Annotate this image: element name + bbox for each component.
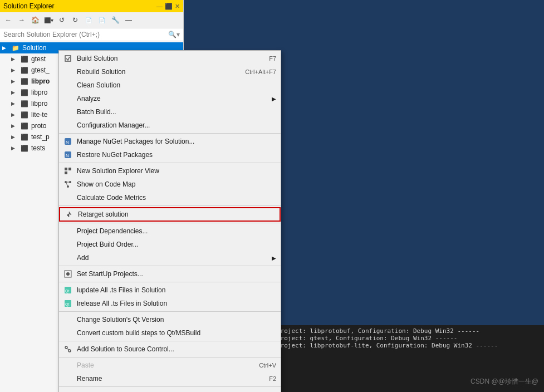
svg-text:N: N xyxy=(66,153,69,158)
ctx-lrelease[interactable]: Qt lrelease All .ts Files in Solution xyxy=(59,297,281,310)
tree-item-label: libpro xyxy=(31,77,50,85)
settings-button[interactable]: 🔧 xyxy=(109,14,121,26)
retarget-icon xyxy=(65,210,73,219)
dock-icon[interactable]: ⬛ xyxy=(165,3,173,10)
close-icon[interactable]: ✕ xyxy=(175,3,180,10)
tree-item-label: gtest xyxy=(31,55,46,63)
solution-view-icon xyxy=(63,166,72,175)
tree-item-label: test_p xyxy=(31,133,50,141)
collapse-arrow: ▶ xyxy=(2,45,11,51)
undo-button[interactable]: ↻ xyxy=(69,14,81,26)
project-icon: ⬛ xyxy=(20,88,29,97)
separator-6 xyxy=(59,282,281,282)
ctx-add[interactable]: Add ▶ xyxy=(59,251,281,264)
solution-icon: 📁 xyxy=(11,43,20,52)
ctx-build-solution[interactable]: Build Solution F7 xyxy=(59,52,281,65)
ctx-convert-build-steps[interactable]: Convert custom build steps to Qt/MSBuild xyxy=(59,326,281,340)
svg-point-20 xyxy=(65,346,67,349)
project-icon: ⬛ xyxy=(20,77,29,86)
nuget-restore-icon: N xyxy=(63,150,72,159)
collapse-button[interactable]: — xyxy=(122,14,135,26)
tree-item-label: Solution xyxy=(22,44,46,52)
watermark: CSDN @@珍惜一生@ xyxy=(471,377,538,386)
nuget-icon: N xyxy=(63,137,72,146)
ctx-set-startup[interactable]: Set StartUp Projects... xyxy=(59,267,281,281)
lupdate-icon: Qt xyxy=(63,286,72,295)
separator-5 xyxy=(59,266,281,266)
add-submenu-arrow: ▶ xyxy=(272,255,276,261)
file-button2[interactable]: 📄 xyxy=(96,14,108,26)
project-icon: ⬛ xyxy=(20,55,29,63)
separator-7 xyxy=(59,311,281,312)
ctx-calculate-metrics[interactable]: Calculate Code Metrics xyxy=(59,191,281,204)
collapse-arrow: ▶ xyxy=(11,101,20,106)
collapse-arrow: ▶ xyxy=(11,134,20,140)
project-icon: ⬛ xyxy=(20,110,29,119)
ctx-show-code-map[interactable]: Show on Code Map xyxy=(59,178,281,191)
ctx-rename[interactable]: Rename F2 xyxy=(59,372,281,385)
home-button[interactable]: 🏠 xyxy=(29,14,41,26)
solution-explorer-toolbar: ← → 🏠 ⬛▾ ↺ ↻ 📄 📄 🔧 — xyxy=(0,12,183,28)
ctx-restore-nuget[interactable]: N Restore NuGet Packages xyxy=(59,148,281,161)
ctx-config-manager[interactable]: Configuration Manager... xyxy=(59,119,281,132)
startup-icon xyxy=(63,270,72,278)
solution-explorer-titlebar: Solution Explorer — ⬛ ✕ xyxy=(0,0,183,12)
ctx-rebuild-solution[interactable]: Rebuild Solution Ctrl+Alt+F7 xyxy=(59,65,281,79)
tree-item-label: lite-te xyxy=(31,111,47,119)
separator-4 xyxy=(59,223,281,223)
svg-marker-13 xyxy=(67,212,71,217)
tree-item-label: tests xyxy=(31,144,45,152)
forward-button[interactable]: → xyxy=(16,14,28,26)
copy-button[interactable]: ⬛▾ xyxy=(42,14,55,26)
context-menu: Build Solution F7 Rebuild Solution Ctrl+… xyxy=(58,50,281,392)
ctx-lupdate[interactable]: Qt lupdate All .ts Files in Solution xyxy=(59,283,281,297)
svg-point-15 xyxy=(66,272,70,276)
file-button1[interactable]: 📄 xyxy=(82,14,95,26)
svg-text:Qt: Qt xyxy=(65,289,69,293)
collapse-arrow: ▶ xyxy=(11,56,20,62)
build-icon xyxy=(63,54,72,63)
search-input[interactable] xyxy=(3,31,168,38)
search-bar: 🔍▾ xyxy=(0,28,183,41)
svg-text:N: N xyxy=(66,140,69,145)
project-icon: ⬛ xyxy=(20,144,29,153)
svg-line-22 xyxy=(66,349,70,350)
tree-item-label: gtest_ xyxy=(31,66,50,74)
tree-item-label: libpro xyxy=(31,89,47,96)
code-map-icon xyxy=(63,180,72,189)
tree-item-label: proto xyxy=(31,122,46,130)
ctx-manage-nuget[interactable]: N Manage NuGet Packages for Solution... xyxy=(59,135,281,148)
ctx-batch-build[interactable]: Batch Build... xyxy=(59,105,281,119)
collapse-arrow: ▶ xyxy=(11,90,20,95)
solution-explorer-title: Solution Explorer xyxy=(3,2,54,10)
ctx-paste: Paste Ctrl+V xyxy=(59,359,281,372)
separator-8 xyxy=(59,341,281,341)
project-icon: ⬛ xyxy=(20,121,29,130)
separator-2 xyxy=(59,163,281,163)
svg-text:Qt: Qt xyxy=(65,302,69,307)
pin-icon[interactable]: — xyxy=(156,3,163,9)
separator-1 xyxy=(59,133,281,134)
ctx-change-qt-version[interactable]: Change Solution's Qt Version xyxy=(59,313,281,326)
collapse-arrow: ▶ xyxy=(11,79,20,84)
separator-10 xyxy=(59,386,281,387)
project-icon: ⬛ xyxy=(20,133,29,141)
ctx-project-build-order[interactable]: Project Build Order... xyxy=(59,238,281,251)
search-icon[interactable]: 🔍▾ xyxy=(168,31,180,38)
ctx-analyze[interactable]: Analyze ▶ xyxy=(59,92,281,105)
refresh-button[interactable]: ↺ xyxy=(56,14,68,26)
back-button[interactable]: ← xyxy=(2,14,14,26)
ctx-clean-solution[interactable]: Clean Solution xyxy=(59,79,281,92)
source-control-icon xyxy=(63,345,72,354)
project-icon: ⬛ xyxy=(20,99,29,108)
ctx-project-deps[interactable]: Project Dependencies... xyxy=(59,224,281,238)
ctx-new-solution-view[interactable]: New Solution Explorer View xyxy=(59,164,281,178)
ctx-retarget-solution[interactable]: Retarget solution xyxy=(59,207,281,222)
collapse-arrow: ▶ xyxy=(11,123,20,129)
submenu-arrow: ▶ xyxy=(272,96,276,102)
collapse-arrow: ▶ xyxy=(11,145,20,151)
ctx-add-source-control[interactable]: Add Solution to Source Control... xyxy=(59,342,281,356)
svg-rect-6 xyxy=(68,168,71,170)
lrelease-icon: Qt xyxy=(63,299,72,308)
ctx-open-folder[interactable]: Open Folder in File Explorer xyxy=(59,388,281,392)
